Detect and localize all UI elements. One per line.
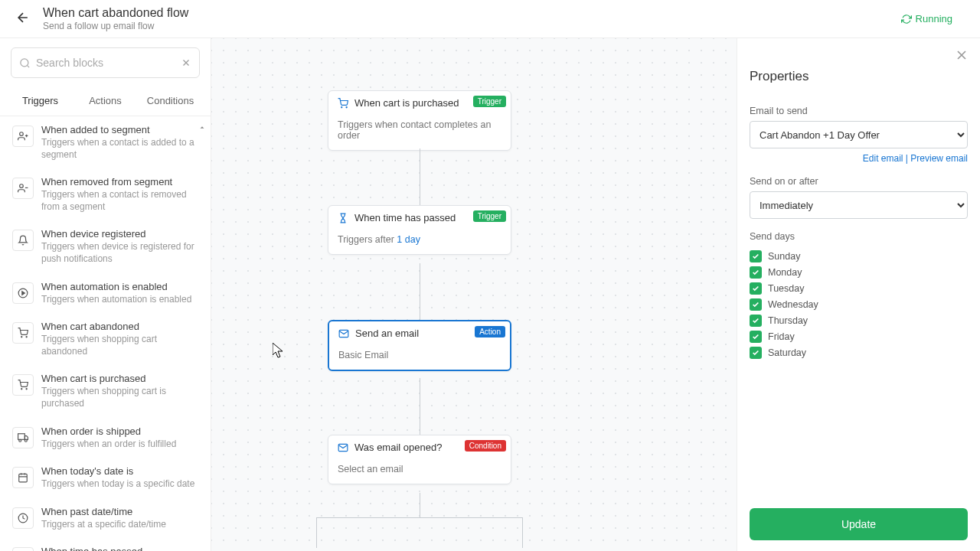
edit-email-link[interactable]: Edit email [863,153,903,164]
block-desc: Triggers when today is a specific date [41,478,194,491]
svg-point-8 [26,389,27,390]
checkbox-icon[interactable] [750,315,762,327]
refresh-icon [901,14,912,24]
block-title: When removed from segment [41,176,198,187]
checkbox-icon[interactable] [750,331,762,343]
panel-title: Properties [750,69,968,84]
cart-icon [12,374,34,396]
block-item[interactable]: When past date/timeTriggers at a specifi… [0,498,211,539]
day-row[interactable]: Wednesday [750,298,968,311]
day-label: Friday [768,331,795,342]
svg-rect-12 [19,474,28,482]
block-item[interactable]: When automation is enabledTriggers when … [0,273,211,314]
mail-open-icon [338,442,348,453]
svg-point-2 [20,184,24,188]
flow-title: When cart abandoned flow [43,6,901,20]
block-title: When added to segment [41,124,198,135]
block-item[interactable]: When cart abandonedTriggers when shoppin… [0,313,211,365]
block-item[interactable]: When cart is purchasedTriggers when shop… [0,365,211,417]
block-item[interactable]: When time has passedTriggers after time … [0,538,211,551]
day-row[interactable]: Thursday [750,315,968,327]
connector [420,493,420,517]
day-label: Saturday [768,347,806,358]
node-body: Basic Email [329,345,510,370]
user-minus-icon [12,178,34,199]
node-title: When time has passed [354,212,456,223]
node-tag: Condition [465,440,506,452]
search-input[interactable] [36,57,175,69]
bell-icon [12,230,34,251]
block-item[interactable]: When added to segmentTriggers when a con… [0,116,211,168]
node-body: Select an email [328,459,511,484]
search-icon [19,57,31,69]
branch-box [316,517,523,548]
day-row[interactable]: Tuesday [750,282,968,295]
tab-conditions[interactable]: Conditions [138,87,203,116]
tab-triggers[interactable]: Triggers [8,87,73,116]
block-item[interactable]: When removed from segmentTriggers when a… [0,168,211,220]
svg-point-5 [21,337,22,337]
chevron-up-icon [198,124,206,132]
svg-point-0 [21,58,28,66]
svg-point-1 [20,132,24,136]
block-title: When device registered [41,228,198,240]
day-label: Thursday [768,315,808,326]
block-title: When past date/time [41,506,166,517]
block-desc: Triggers when automation is enabled [41,294,191,306]
block-desc: Triggers when shopping cart is purchased [41,386,198,409]
update-button[interactable]: Update [750,508,968,540]
node-condition-email-opened[interactable]: Condition Was email opened? Select an em… [328,435,511,484]
node-action-send-email[interactable]: Action Send an email Basic Email [328,320,511,371]
block-title: When today's date is [41,465,194,477]
day-row[interactable]: Friday [750,331,968,343]
node-trigger-cart-purchased[interactable]: Trigger When cart is purchased Triggers … [328,90,511,151]
block-title: When cart is purchased [41,373,198,384]
cart-icon [12,322,34,344]
properties-panel: Properties Email to send Cart Abandon +1… [737,38,980,551]
canvas[interactable]: Trigger When cart is purchased Triggers … [211,38,737,551]
day-label: Sunday [768,251,800,262]
checkbox-icon[interactable] [750,298,762,311]
checkbox-icon[interactable] [750,250,762,262]
mail-icon [338,328,349,339]
block-item[interactable]: When device registeredTriggers when devi… [0,220,211,272]
search-box[interactable] [11,47,200,78]
svg-point-15 [341,106,342,107]
tab-actions[interactable]: Actions [73,87,138,116]
close-icon[interactable] [181,57,191,68]
node-trigger-time-passed[interactable]: Trigger When time has passed Triggers af… [328,205,511,255]
close-button[interactable] [954,47,969,65]
play-icon [12,282,34,304]
day-label: Wednesday [768,299,818,310]
svg-point-6 [26,337,27,337]
day-row[interactable]: Monday [750,266,968,279]
email-links: Edit email | Preview email [750,153,968,164]
day-row[interactable]: Saturday [750,347,968,359]
preview-email-link[interactable]: Preview email [910,153,968,164]
checkbox-icon[interactable] [750,347,762,359]
block-list[interactable]: When added to segmentTriggers when a con… [0,116,211,551]
block-item[interactable]: When today's date isTriggers when today … [0,458,211,498]
node-title: Send an email [355,328,419,339]
svg-point-16 [346,106,347,107]
block-desc: Triggers when a contact is removed from … [41,189,198,213]
send-on-select[interactable]: Immediately [750,191,968,219]
block-desc: Triggers when an order is fulfilled [41,439,176,451]
svg-point-11 [24,439,27,442]
header: When cart abandoned flow Send a follow u… [0,0,980,38]
hourglass-icon [338,213,348,223]
node-tag: Trigger [473,210,506,222]
checkbox-icon[interactable] [750,266,762,279]
status-badge: Running [901,13,952,24]
block-title: When automation is enabled [41,281,191,292]
svg-marker-4 [22,291,24,295]
block-desc: Triggers when device is registered for p… [41,241,198,265]
node-title: When cart is purchased [354,97,459,109]
checkbox-icon[interactable] [750,282,762,295]
back-button[interactable] [12,7,34,31]
send-days-label: Send days [750,231,968,242]
block-item[interactable]: When order is shippedTriggers when an or… [0,418,211,458]
day-row[interactable]: Sunday [750,250,968,262]
email-select[interactable]: Cart Abandon +1 Day Offer [750,121,968,148]
block-desc: Triggers at a specific date/time [41,519,166,531]
